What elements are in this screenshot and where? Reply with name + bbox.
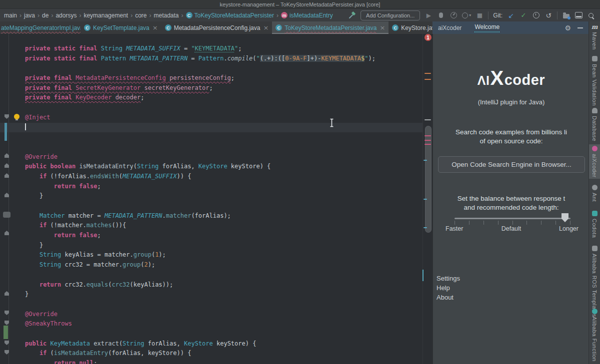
git-update-icon[interactable]: ↙ xyxy=(507,11,515,20)
code-line[interactable] xyxy=(0,123,423,133)
intention-bulb-icon[interactable] xyxy=(14,114,20,119)
code-line[interactable] xyxy=(0,329,423,339)
breadcrumb-item-ToKeyStoreMetadataPersister[interactable]: CToKeyStoreMetadataPersister xyxy=(186,12,274,19)
code-line[interactable]: Matcher matcher = METADATA_PATTERN.match… xyxy=(0,211,423,221)
code-line[interactable]: String crc32 = matcher.group(2); xyxy=(0,260,423,270)
stripe-mark[interactable] xyxy=(424,73,431,74)
breadcrumb-item-keymanagement[interactable]: keymanagement xyxy=(84,12,128,19)
balance-slider[interactable]: Faster Default Longer xyxy=(433,211,590,241)
stripe-mark[interactable] xyxy=(424,199,427,200)
code-line[interactable] xyxy=(0,300,423,310)
code-line[interactable]: return false; xyxy=(0,182,423,192)
code-line[interactable]: return false; xyxy=(0,231,423,241)
add-configuration-button[interactable]: Add Configuration... xyxy=(360,10,420,20)
code-line[interactable] xyxy=(0,142,423,152)
tool-window-button-alibaba-function[interactable]: Alibaba Function xyxy=(589,307,600,363)
code-line[interactable]: } xyxy=(0,241,423,251)
close-tab-icon[interactable]: × xyxy=(152,24,158,31)
code-line[interactable]: return null; xyxy=(0,359,423,364)
class-icon: C xyxy=(186,12,192,18)
editor-scrollbar[interactable] xyxy=(425,126,432,233)
stripe-mark[interactable] xyxy=(424,135,431,136)
code-line[interactable]: if (!matcher.matches()){ xyxy=(0,221,423,231)
code-line[interactable]: if (!forAlias.endsWith(METADATA_SUFFIX))… xyxy=(0,172,423,182)
stop-icon[interactable]: ■ xyxy=(476,11,484,20)
code-line[interactable]: private static final String METADATA_SUF… xyxy=(0,44,423,54)
stripe-mark[interactable] xyxy=(424,160,427,161)
stripe-mark[interactable] xyxy=(424,79,431,80)
slider-track[interactable] xyxy=(454,218,570,219)
code-line[interactable]: @Override xyxy=(0,310,423,320)
code-line[interactable]: private static final Pattern METADATA_PA… xyxy=(0,54,423,64)
code-editor[interactable]: private static final String METADATA_SUF… xyxy=(0,34,432,364)
chevron-down-icon: ▾ xyxy=(469,13,471,17)
editor-tab-ateMappingGeneratorImpl.java[interactable]: ateMappingGeneratorImpl.java× xyxy=(0,21,80,34)
code-line[interactable]: if (isMetadataEntry(forAlias, keyStore))… xyxy=(0,349,423,359)
tool-window-button-aixcoder[interactable]: aiXcoder xyxy=(589,144,600,179)
tool-window-button-codota[interactable]: Codota xyxy=(589,209,600,239)
code-line[interactable]: private final KeyDecoder decoder; xyxy=(0,93,423,103)
gear-icon[interactable]: ⚙ xyxy=(564,24,571,31)
code-line[interactable]: private final MetadataPersistenceConfig … xyxy=(0,73,423,83)
tool-window-button-ant[interactable]: Ant xyxy=(589,183,600,203)
breadcrumb-item-main[interactable]: main xyxy=(4,12,17,19)
folded-region-icon[interactable] xyxy=(3,212,10,218)
run-icon[interactable]: ▶ xyxy=(424,11,432,20)
link-about[interactable]: About xyxy=(436,293,460,302)
close-tab-icon[interactable]: × xyxy=(263,24,268,31)
breadcrumb-item-adorsys[interactable]: adorsys xyxy=(56,12,76,19)
breadcrumb-item-java[interactable]: java xyxy=(24,12,35,19)
rollback-icon[interactable]: ↺ xyxy=(544,11,552,20)
code-line[interactable] xyxy=(0,201,423,211)
git-commit-icon[interactable]: ✓ xyxy=(520,11,528,20)
code-line[interactable]: return crc32.equals(crc32(keyAlias)); xyxy=(0,280,423,290)
breadcrumb-item-de[interactable]: de xyxy=(42,12,48,19)
history-clock-icon[interactable] xyxy=(532,11,540,20)
folder-icon[interactable] xyxy=(562,11,570,20)
code-line[interactable]: public boolean isMetadataEntry(String fo… xyxy=(0,162,423,172)
tool-window-button-bean-validation[interactable]: Bean Validation xyxy=(589,54,600,107)
tool-window-button-database[interactable]: Database xyxy=(589,106,600,143)
code-line[interactable]: } xyxy=(0,290,423,300)
code-line[interactable]: String keyAlias = matcher.group(1); xyxy=(0,250,423,260)
search-everywhere-icon[interactable] xyxy=(587,11,595,20)
close-tab-icon[interactable]: × xyxy=(380,24,385,31)
stripe-mark[interactable] xyxy=(424,119,431,120)
stripe-mark[interactable] xyxy=(424,144,431,145)
breadcrumb-item-isMetadataEntry[interactable]: misMetadataEntry xyxy=(281,12,333,19)
run-with-coverage-icon[interactable]: ▾ xyxy=(462,11,471,20)
tool-window-button-maven[interactable]: mMaven xyxy=(589,22,600,51)
link-settings[interactable]: Settings xyxy=(436,274,460,283)
editor-tab-KeyStore.java[interactable]: CKeyStore.java× xyxy=(388,21,432,34)
code-line[interactable]: @SneakyThrows xyxy=(0,319,423,329)
code-line[interactable]: @Override xyxy=(0,152,423,162)
code-line[interactable] xyxy=(0,132,423,142)
code-line[interactable] xyxy=(0,63,423,73)
code-line[interactable]: private final SecretKeyGenerator secretK… xyxy=(0,83,423,93)
link-help[interactable]: Help xyxy=(436,283,460,293)
code-area[interactable]: private static final String METADATA_SUF… xyxy=(0,44,423,364)
code-line[interactable]: } xyxy=(0,191,423,201)
text-caret xyxy=(25,123,26,130)
breadcrumb-item-core[interactable]: core xyxy=(135,12,146,19)
build-hammer-icon[interactable] xyxy=(348,11,356,20)
editor-tab-ToKeyStoreMetadataPersister.java[interactable]: CToKeyStoreMetadataPersister.java× xyxy=(272,21,388,34)
code-line[interactable]: public KeyMetadata extract(String forAli… xyxy=(0,339,423,349)
tab-welcome[interactable]: Welcome xyxy=(474,23,500,32)
code-line[interactable]: @Inject xyxy=(0,113,423,123)
hide-panel-icon[interactable] xyxy=(578,27,583,28)
debug-bug-icon[interactable] xyxy=(437,11,445,20)
window-icon[interactable] xyxy=(574,11,582,20)
profiler-icon[interactable] xyxy=(450,11,458,20)
error-count-badge[interactable]: 1 xyxy=(424,34,432,41)
function-icon xyxy=(592,309,598,314)
tool-window-label: Ant xyxy=(592,193,598,202)
stripe-mark[interactable] xyxy=(424,227,427,228)
open-code-search-button[interactable]: Open Code Search Engine in Browser... xyxy=(438,156,585,173)
stripe-mark[interactable] xyxy=(424,140,431,141)
breadcrumb-item-metadata[interactable]: metadata xyxy=(154,12,178,19)
code-line[interactable] xyxy=(0,270,423,280)
editor-tab-MetadataPersistenceConfig.java[interactable]: CMetadataPersistenceConfig.java× xyxy=(162,21,272,34)
editor-tab-KeySetTemplate.java[interactable]: CKeySetTemplate.java× xyxy=(80,21,162,34)
code-line[interactable] xyxy=(0,103,423,113)
